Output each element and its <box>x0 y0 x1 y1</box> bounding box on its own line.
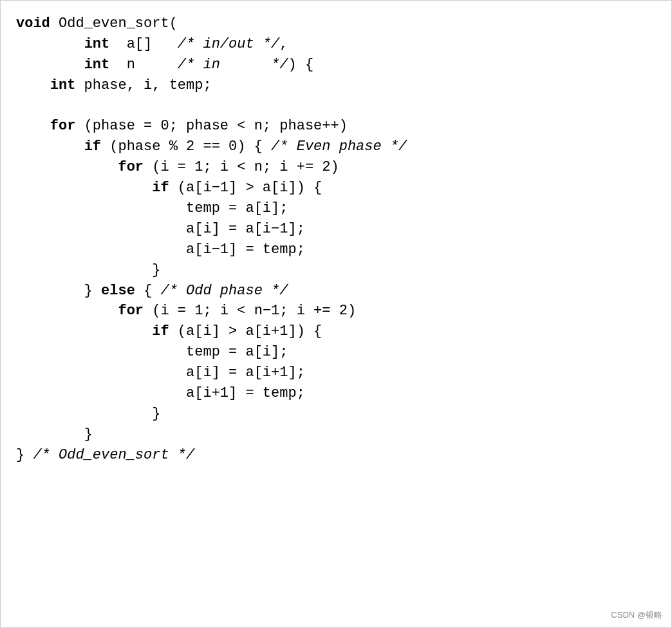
code-line: if (phase % 2 == 0) { /* Even phase */ <box>16 137 656 157</box>
code-line: } <box>16 424 656 445</box>
code-line: if (a[i] > a[i+1]) { <box>16 321 656 342</box>
code-line: for (i = 1; i < n; i += 2) <box>16 157 656 178</box>
code-line: } else { /* Odd phase */ <box>16 281 656 301</box>
code-container: void Odd_even_sort( int a[] /* in/out */… <box>0 0 672 628</box>
code-block: void Odd_even_sort( int a[] /* in/out */… <box>16 14 656 466</box>
code-line: int phase, i, temp; <box>16 75 656 96</box>
code-line: a[i−1] = temp; <box>16 240 656 260</box>
code-line: temp = a[i]; <box>16 198 656 219</box>
code-line: } /* Odd_even_sort */ <box>16 445 656 466</box>
code-line: a[i] = a[i+1]; <box>16 363 656 383</box>
code-line: temp = a[i]; <box>16 342 656 363</box>
code-line: } <box>16 404 656 424</box>
watermark: CSDN @银略 <box>611 609 662 621</box>
code-line: void Odd_even_sort( <box>16 14 656 34</box>
code-line: } <box>16 260 656 281</box>
code-line: a[i+1] = temp; <box>16 383 656 404</box>
code-line: for (i = 1; i < n−1; i += 2) <box>16 301 656 321</box>
code-line: a[i] = a[i−1]; <box>16 219 656 240</box>
code-line: for (phase = 0; phase < n; phase++) <box>16 116 656 137</box>
code-line: int a[] /* in/out */, <box>16 34 656 55</box>
code-line: if (a[i−1] > a[i]) { <box>16 178 656 198</box>
code-line <box>16 96 656 117</box>
code-line: int n /* in */) { <box>16 55 656 75</box>
